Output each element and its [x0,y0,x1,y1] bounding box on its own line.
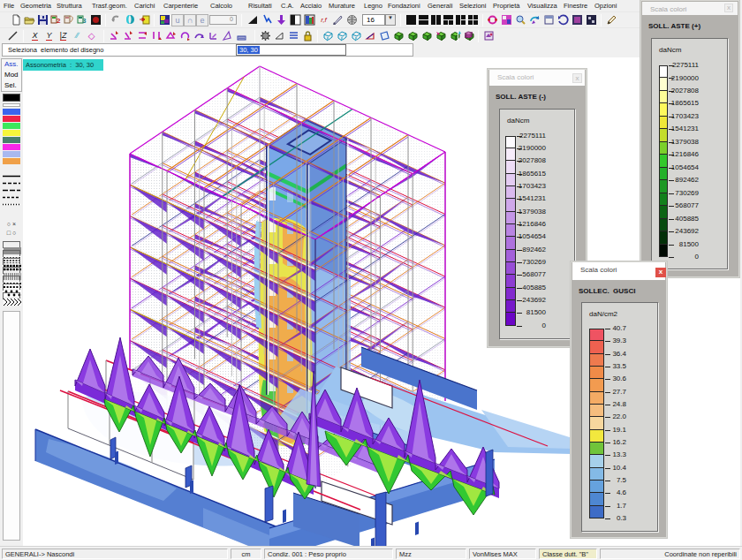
svg-text:3: 3 [82,17,87,25]
svg-text:2: 2 [57,17,61,25]
